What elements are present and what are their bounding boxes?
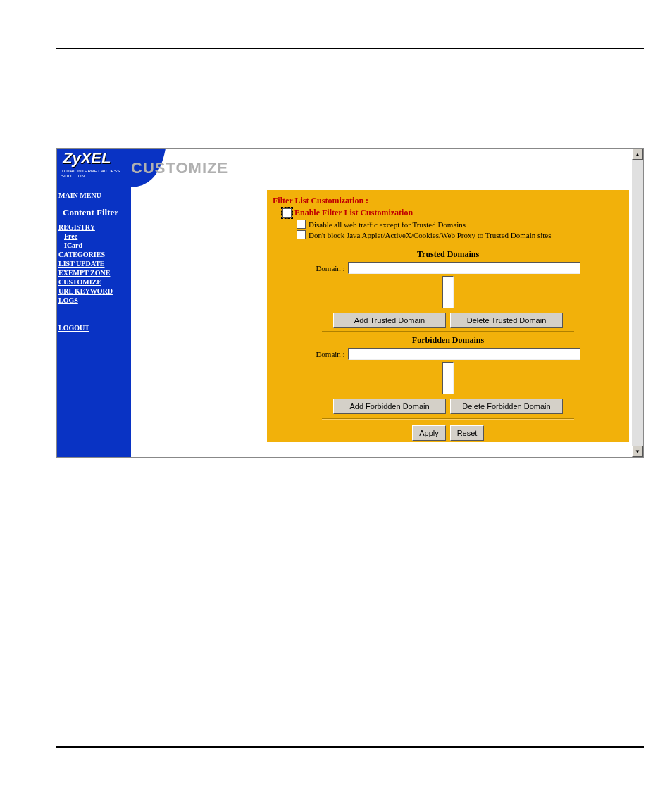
nav-main-menu[interactable]: MAIN MENU: [58, 191, 129, 200]
forbidden-domain-listbox[interactable]: [442, 362, 454, 394]
vertical-scrollbar[interactable]: ▲ ▼: [632, 149, 643, 457]
nav-registry[interactable]: REGISTRY: [58, 222, 129, 232]
brand-logo: ZyXEL: [60, 149, 111, 168]
scroll-up-arrow-icon[interactable]: ▲: [632, 149, 643, 160]
reset-button[interactable]: Reset: [450, 425, 484, 441]
disable-all-checkbox[interactable]: [297, 220, 306, 229]
enable-filter-label: Enable Filter List Customization: [294, 208, 413, 218]
enable-filter-checkbox[interactable]: [282, 208, 292, 218]
trusted-domain-input[interactable]: [348, 262, 580, 274]
document-page: ZyXEL TOTAL INTERNET ACCESS SOLUTION MAI…: [0, 0, 672, 797]
trusted-domain-listbox[interactable]: [442, 276, 454, 308]
trusted-domain-label: Domain :: [316, 264, 344, 272]
forbidden-domains-title: Forbidden Domains: [273, 335, 623, 346]
filter-list-heading: Filter List Customization :: [273, 196, 623, 206]
sidebar-links: MAIN MENU Content Filter REGISTRY Free I…: [58, 191, 129, 332]
forbidden-domain-input[interactable]: [348, 348, 580, 360]
add-trusted-button[interactable]: Add Trusted Domain: [333, 313, 446, 328]
content-panel: Filter List Customization : Enable Filte…: [267, 190, 629, 442]
disable-all-label: Disable all web traffic except for Trust…: [309, 220, 466, 229]
brand-tagline: TOTAL INTERNET ACCESS SOLUTION: [58, 168, 131, 178]
page-top-rule: [56, 48, 644, 49]
nav-logs[interactable]: LOGS: [58, 296, 129, 305]
separator-2: [322, 418, 574, 420]
sidebar-section-title: Content Filter: [63, 207, 129, 218]
add-forbidden-button[interactable]: Add Forbidden Domain: [333, 398, 446, 414]
separator-1: [322, 331, 574, 332]
dont-block-checkbox[interactable]: [297, 230, 306, 239]
delete-forbidden-button[interactable]: Delete Forbidden Domain: [450, 398, 563, 414]
trusted-domains-title: Trusted Domains: [273, 249, 623, 260]
nav-free[interactable]: Free: [58, 232, 129, 241]
nav-categories[interactable]: CATEGORIES: [58, 250, 129, 259]
main-area: CUSTOMIZE Filter List Customization : En…: [131, 149, 632, 457]
delete-trusted-button[interactable]: Delete Trusted Domain: [450, 313, 563, 328]
dont-block-label: Don't block Java Applet/ActiveX/Cookies/…: [309, 231, 552, 239]
apply-button[interactable]: Apply: [412, 425, 446, 441]
sidebar: ZyXEL TOTAL INTERNET ACCESS SOLUTION MAI…: [57, 149, 131, 457]
nav-icard[interactable]: ICard: [58, 241, 129, 250]
nav-url-keyword[interactable]: URL KEYWORD: [58, 287, 129, 296]
page-title: CUSTOMIZE: [131, 159, 228, 177]
app-window: ZyXEL TOTAL INTERNET ACCESS SOLUTION MAI…: [56, 148, 644, 458]
forbidden-domain-label: Domain :: [316, 350, 344, 358]
nav-customize[interactable]: CUSTOMIZE: [58, 277, 129, 287]
nav-list-update[interactable]: LIST UPDATE: [58, 259, 129, 268]
nav-exempt-zone[interactable]: EXEMPT ZONE: [58, 268, 129, 277]
nav-logout[interactable]: LOGOUT: [58, 323, 129, 332]
page-bottom-rule: [56, 746, 644, 748]
scroll-down-arrow-icon[interactable]: ▼: [632, 446, 643, 457]
